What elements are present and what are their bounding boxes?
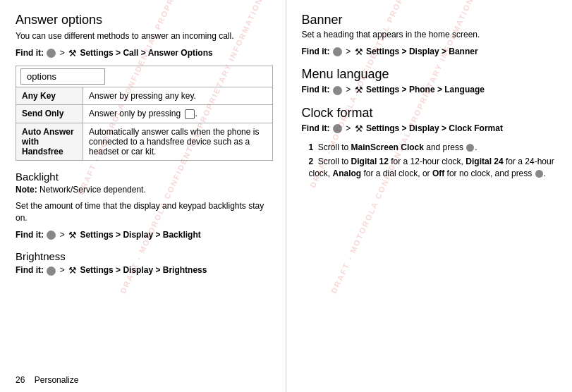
gt-6: > [346, 123, 351, 133]
left-column: Answer options You can use different met… [0, 0, 286, 392]
gt-3: > [60, 265, 65, 275]
circle-icon-5 [333, 86, 342, 95]
gt-5: > [346, 85, 351, 94]
send-only-value: Answer only by pressing . [83, 105, 273, 123]
answer-options-body: You can use different methods to answer … [16, 30, 273, 42]
options-input-row: options [16, 66, 273, 87]
clock-format-section: Clock format Find it: > ⚒ Settings > Dis… [302, 106, 560, 180]
table-row: Any Key Answer by pressing any key. [16, 87, 273, 105]
banner-title: Banner [302, 13, 560, 27]
menu-language-title: Menu language [302, 67, 560, 82]
banner-findit: Find it: > ⚒ Settings > Display > Banner [302, 45, 560, 59]
brightness-findit: Find it: > ⚒ Settings > Display > Bright… [16, 264, 273, 278]
menu-language-section: Menu language Find it: > ⚒ Settings > Ph… [302, 67, 560, 97]
send-only-label: Send Only [16, 105, 83, 123]
any-key-value: Answer by pressing any key. [83, 87, 273, 105]
menu-lang-find-path: Settings > Phone > Language [366, 85, 485, 94]
step1-num: 1 [309, 142, 314, 152]
circle-icon-4 [333, 47, 342, 56]
wrench-icon-4: ⚒ [355, 45, 363, 59]
clock-step-2: 2 Scroll to Digital 12 for a 12-hour clo… [309, 156, 560, 180]
banner-find-label: Find it: [302, 47, 330, 56]
backlight-findit: Find it: > ⚒ Settings > Display > Backli… [16, 228, 273, 243]
wrench-icon-2: ⚒ [68, 228, 77, 243]
circle-icon-6 [333, 124, 342, 133]
circle-icon-2 [47, 231, 56, 240]
brightness-section: Brightness Find it: > ⚒ Settings > Displ… [16, 250, 273, 278]
banner-body: Set a heading that appears in the home s… [302, 29, 560, 41]
table-row: Send Only Answer only by pressing . [16, 105, 273, 123]
wrench-icon-6: ⚒ [355, 122, 363, 136]
brightness-find-label: Find it: [16, 265, 44, 275]
circle-icon-step2 [535, 170, 543, 178]
options-input-cell: options [16, 66, 273, 87]
page-number: 26 [16, 375, 25, 385]
banner-section: Banner Set a heading that appears in the… [302, 13, 560, 59]
backlight-find-label: Find it: [16, 230, 44, 240]
gt-1: > [60, 48, 65, 58]
backlight-note-label: Note: [16, 185, 37, 195]
backlight-note-text: Network/Service dependent. [39, 185, 146, 195]
clock-find-label: Find it: [302, 123, 330, 133]
wrench-icon-5: ⚒ [355, 83, 363, 97]
clock-step-1: 1 Scroll to MainScreen Clock and press . [309, 142, 560, 154]
step2-num: 2 [309, 157, 314, 166]
answer-options-title: Answer options [16, 13, 273, 27]
wrench-icon-1: ⚒ [68, 47, 77, 61]
backlight-title: Backlight [16, 171, 273, 183]
step2-bold1: Digital 12 [351, 157, 389, 166]
menu-language-findit: Find it: > ⚒ Settings > Phone > Language [302, 83, 560, 97]
brightness-find-path: Settings > Display > Brightness [80, 265, 207, 275]
step2-bold4: Off [432, 169, 444, 178]
auto-answer-value: Automatically answer calls when the phon… [83, 123, 273, 161]
brightness-title: Brightness [16, 250, 273, 262]
circle-icon-3 [47, 267, 56, 276]
clock-format-title: Clock format [302, 106, 560, 121]
wrench-icon-3: ⚒ [68, 264, 77, 278]
backlight-find-path: Settings > Display > Backlight [80, 230, 200, 240]
clock-find-path: Settings > Display > Clock Format [366, 123, 503, 133]
page-number-area: 26 Personalize [16, 375, 78, 385]
auto-answer-label: Auto Answer with Handsfree [16, 123, 83, 161]
any-key-label: Any Key [16, 87, 83, 105]
step1-bold: MainScreen Clock [351, 142, 424, 152]
send-key-icon [185, 109, 195, 119]
right-column: Banner Set a heading that appears in the… [286, 0, 573, 392]
step2-bold2: Digital 24 [465, 157, 503, 166]
table-row: Auto Answer with Handsfree Automatically… [16, 123, 273, 161]
step2-bold3: Analog [333, 169, 362, 178]
backlight-note: Note: Network/Service dependent. [16, 184, 273, 196]
gt-4: > [346, 47, 351, 56]
page-section-label: Personalize [35, 375, 79, 385]
gt-2: > [60, 230, 65, 240]
options-input[interactable]: options [20, 68, 105, 85]
find-it-path-1: Settings > Call > Answer Options [80, 48, 212, 58]
clock-steps-list: 1 Scroll to MainScreen Clock and press .… [309, 142, 560, 180]
clock-format-findit: Find it: > ⚒ Settings > Display > Clock … [302, 122, 560, 136]
backlight-body: Set the amount of time that the display … [16, 200, 273, 224]
banner-find-path: Settings > Display > Banner [366, 47, 478, 56]
menu-lang-find-label: Find it: [302, 85, 330, 94]
backlight-section: Backlight Note: Network/Service dependen… [16, 171, 273, 242]
circle-icon-step1 [466, 144, 474, 152]
answer-options-table: options Any Key Answer by pressing any k… [16, 66, 273, 161]
find-it-label: Find it: [16, 48, 44, 58]
answer-options-section: Answer options You can use different met… [16, 13, 273, 161]
answer-options-findit: Find it: > ⚒ Settings > Call > Answer Op… [16, 47, 273, 61]
circle-icon-1 [47, 49, 56, 58]
